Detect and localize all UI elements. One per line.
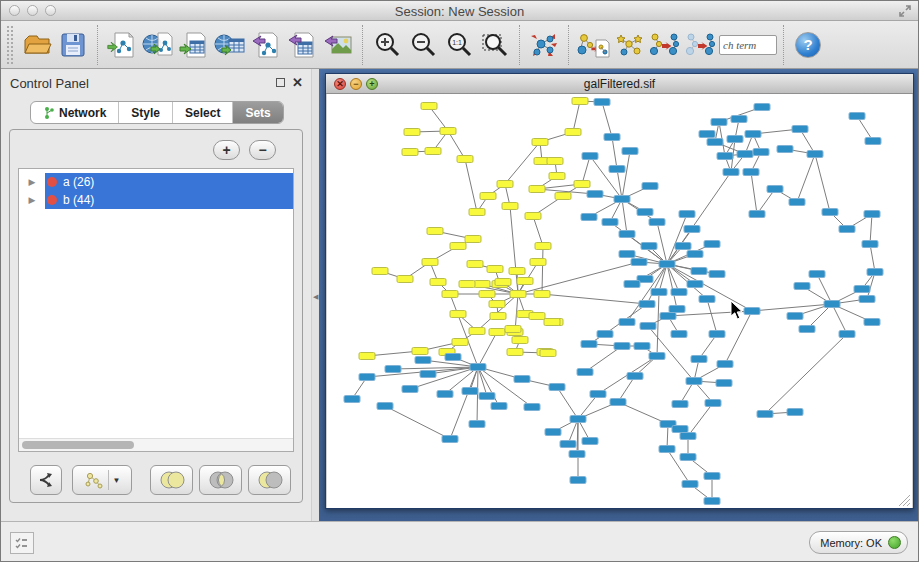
graph-edge[interactable] xyxy=(477,367,478,424)
graph-node[interactable] xyxy=(574,181,590,188)
graph-node[interactable] xyxy=(639,301,655,308)
graph-node[interactable] xyxy=(590,391,606,398)
graph-node[interactable] xyxy=(792,126,808,133)
graph-node[interactable] xyxy=(627,373,643,380)
graph-node[interactable] xyxy=(651,289,667,296)
graph-node[interactable] xyxy=(549,173,565,180)
graph-node[interactable] xyxy=(849,113,865,120)
graph-node[interactable] xyxy=(491,403,507,410)
network-graph[interactable] xyxy=(327,94,912,508)
graph-node[interactable] xyxy=(684,226,700,233)
graph-edge[interactable] xyxy=(751,172,757,214)
graph-edge[interactable] xyxy=(478,367,499,406)
select-first-neighbors-button[interactable] xyxy=(611,25,647,65)
graph-node[interactable] xyxy=(867,269,883,276)
graph-node[interactable] xyxy=(534,291,550,298)
graph-node[interactable] xyxy=(570,416,586,423)
graph-node[interactable] xyxy=(462,388,478,395)
graph-edge[interactable] xyxy=(518,262,639,294)
graph-edge[interactable] xyxy=(832,304,847,334)
graph-node[interactable] xyxy=(809,271,825,278)
graph-node[interactable] xyxy=(660,313,676,320)
graph-node[interactable] xyxy=(569,451,585,458)
graph-node[interactable] xyxy=(457,156,473,163)
graph-node[interactable] xyxy=(634,343,650,350)
graph-edge[interactable] xyxy=(573,101,580,132)
graph-edge[interactable] xyxy=(533,216,543,246)
graph-node[interactable] xyxy=(753,149,769,156)
graph-node[interactable] xyxy=(545,429,561,436)
graph-node[interactable] xyxy=(549,384,565,391)
graph-node[interactable] xyxy=(704,241,720,248)
graph-node[interactable] xyxy=(402,386,418,393)
graph-node[interactable] xyxy=(631,259,647,266)
graph-node[interactable] xyxy=(619,251,635,258)
graph-node[interactable] xyxy=(864,211,880,218)
graph-edge[interactable] xyxy=(622,199,627,234)
tab-network[interactable]: Network xyxy=(31,102,119,123)
graph-node[interactable] xyxy=(839,331,855,338)
graph-node[interactable] xyxy=(489,329,505,336)
export-network-button[interactable] xyxy=(248,25,284,65)
graph-node[interactable] xyxy=(425,148,441,155)
graph-node[interactable] xyxy=(789,199,805,206)
graph-node[interactable] xyxy=(422,259,438,266)
import-table-url-button[interactable] xyxy=(212,25,248,65)
graph-node[interactable] xyxy=(704,498,720,505)
save-session-button[interactable] xyxy=(55,25,91,65)
add-set-button[interactable]: + xyxy=(213,140,240,160)
graph-node[interactable] xyxy=(525,213,541,220)
graph-node[interactable] xyxy=(359,374,375,381)
tab-style[interactable]: Style xyxy=(119,102,173,123)
graph-edge[interactable] xyxy=(815,154,830,212)
graph-edge[interactable] xyxy=(448,131,465,159)
graph-node[interactable] xyxy=(859,296,875,303)
import-table-file-button[interactable] xyxy=(176,25,212,65)
graph-node[interactable] xyxy=(570,477,586,484)
open-session-button[interactable] xyxy=(19,25,55,65)
graph-node[interactable] xyxy=(581,214,597,221)
graph-edge[interactable] xyxy=(557,387,578,419)
graph-node[interactable] xyxy=(502,203,518,210)
graph-node[interactable] xyxy=(682,481,698,488)
graph-node[interactable] xyxy=(642,183,658,190)
graph-node[interactable] xyxy=(671,331,687,338)
graph-node[interactable] xyxy=(512,337,528,344)
new-network-from-selection-button[interactable] xyxy=(575,25,611,65)
graph-node[interactable] xyxy=(717,153,733,160)
graph-node[interactable] xyxy=(487,266,503,273)
graph-node[interactable] xyxy=(450,311,466,318)
graph-node[interactable] xyxy=(344,396,360,403)
horizontal-scrollbar[interactable] xyxy=(19,438,293,451)
graph-node[interactable] xyxy=(359,353,375,360)
graph-node[interactable] xyxy=(614,196,630,203)
graph-node[interactable] xyxy=(680,454,696,461)
graph-node[interactable] xyxy=(495,279,511,286)
graph-node[interactable] xyxy=(555,193,571,200)
sets-list[interactable]: ▶ a (26) ▶ b (44) xyxy=(18,168,294,452)
graph-node[interactable] xyxy=(640,323,656,330)
graph-node[interactable] xyxy=(467,261,483,268)
graph-node[interactable] xyxy=(709,331,725,338)
graph-node[interactable] xyxy=(691,356,707,363)
graph-node[interactable] xyxy=(507,349,523,356)
graph-node[interactable] xyxy=(686,378,702,385)
graph-node[interactable] xyxy=(705,400,721,407)
graph-node[interactable] xyxy=(777,146,793,153)
graph-node[interactable] xyxy=(711,119,727,126)
graph-node[interactable] xyxy=(602,219,618,226)
graph-node[interactable] xyxy=(529,186,545,193)
remove-set-button[interactable]: − xyxy=(249,140,276,160)
graph-node[interactable] xyxy=(479,291,495,298)
graph-node[interactable] xyxy=(412,348,428,355)
graph-node[interactable] xyxy=(699,296,715,303)
graph-node[interactable] xyxy=(540,350,556,357)
graph-node[interactable] xyxy=(824,301,840,308)
graph-node[interactable] xyxy=(514,376,530,383)
graph-edge[interactable] xyxy=(870,244,875,272)
import-network-url-button[interactable] xyxy=(140,25,176,65)
graph-node[interactable] xyxy=(699,131,715,138)
import-network-file-button[interactable] xyxy=(104,25,140,65)
graph-node[interactable] xyxy=(622,148,638,155)
tab-sets[interactable]: Sets xyxy=(233,102,282,123)
